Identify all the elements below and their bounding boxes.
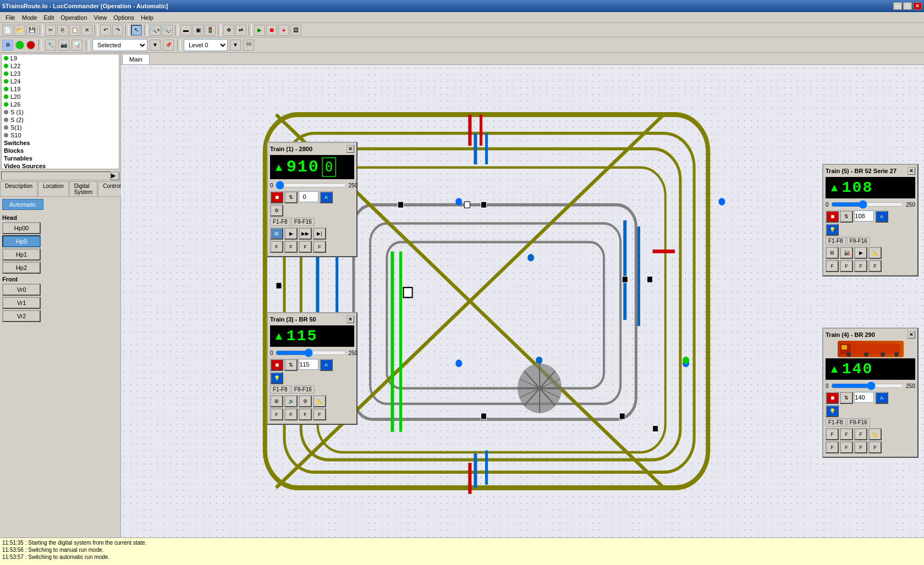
tab-description[interactable]: Description <box>0 181 37 196</box>
maximize-button[interactable]: □ <box>903 2 912 10</box>
train-5-stop-button[interactable]: ⏹ <box>826 211 839 223</box>
train-4-fn5-button[interactable]: F <box>826 441 839 453</box>
tab-digital-system[interactable]: Digital System <box>69 181 97 196</box>
train-5-fn3-button[interactable]: ▶ <box>854 247 867 259</box>
mode-toggle-button[interactable]: ⚙ <box>2 40 13 51</box>
train-5-close[interactable]: ✕ <box>908 167 915 175</box>
train-1-fn-button[interactable]: ⚙ <box>270 204 283 217</box>
record-button[interactable]: ● <box>278 25 289 36</box>
train-1-fn8-button[interactable]: F <box>313 241 326 253</box>
train-5-direction-button[interactable]: ⇅ <box>840 211 853 223</box>
tree-item-l9[interactable]: L9 <box>2 54 119 62</box>
tree-item-l24[interactable]: L24 <box>2 77 119 85</box>
train-1-direction-button[interactable]: ⇅ <box>284 191 298 203</box>
train-4-close[interactable]: ✕ <box>908 331 915 339</box>
tree-item-turntables[interactable]: Turnables <box>2 154 119 162</box>
scroll-button[interactable]: ▶ <box>111 171 119 180</box>
train-3-fn5-button[interactable]: F <box>270 408 283 420</box>
menu-mode[interactable]: Mode <box>19 13 41 22</box>
save-button[interactable]: 💾 <box>26 25 37 36</box>
train-1-fn6-button[interactable]: F <box>284 241 298 253</box>
train-3-fn2-button[interactable]: 🔊 <box>284 395 298 407</box>
new-button[interactable]: 📄 <box>2 25 13 36</box>
level-dropdown[interactable]: Level 0 <box>184 39 228 51</box>
tree-item-l23[interactable]: L23 <box>2 70 119 77</box>
train-5-speed-input[interactable] <box>854 211 874 221</box>
train-1-fn3-button[interactable]: ▶▶ <box>299 228 312 240</box>
train-4-speed-slider[interactable] <box>831 382 904 390</box>
tree-item-video-sources[interactable]: Video Sources <box>2 162 119 169</box>
train-4-direction-button[interactable]: ⇅ <box>840 392 853 404</box>
train-1-auto-button[interactable]: A <box>320 191 333 203</box>
flip-button[interactable]: ⇄ <box>235 25 246 36</box>
train-4-fn-f9f16[interactable]: F9-F16 <box>847 418 870 426</box>
train-3-fn-f1f8[interactable]: F1-F8 <box>270 385 290 394</box>
menu-edit[interactable]: Edit <box>40 13 57 22</box>
track-button[interactable]: ▬ <box>180 25 191 36</box>
train-4-stop-button[interactable]: ⏹ <box>826 392 839 404</box>
green-dot-button[interactable] <box>15 41 24 49</box>
train-1-fn2-button[interactable]: ▶ <box>284 228 298 240</box>
head-hp1-button[interactable]: Hp1 <box>2 248 41 261</box>
cut-button[interactable]: ✂ <box>45 25 56 36</box>
train-5-fn8-button[interactable]: F <box>868 260 882 272</box>
train-4-fn8-button[interactable]: F <box>868 441 882 453</box>
train-3-fn7-button[interactable]: F <box>299 408 312 420</box>
train-1-fn-f1f8[interactable]: F1-F8 <box>270 218 290 226</box>
train-4-speed-input[interactable] <box>854 392 874 403</box>
train-3-fn6-button[interactable]: F <box>284 408 298 420</box>
tree-item-s1p[interactable]: S (1) <box>2 108 119 116</box>
tree-item-l22[interactable]: L22 <box>2 62 119 70</box>
train-1-speed-slider[interactable] <box>276 181 346 189</box>
train-5-speed-slider[interactable] <box>831 201 904 208</box>
level-option-button[interactable]: ▼ <box>230 40 241 51</box>
tree-item-l19[interactable]: L19 <box>2 85 119 93</box>
undo-button[interactable]: ↶ <box>100 25 111 36</box>
close-window-button[interactable]: ✕ <box>913 2 922 10</box>
train-3-speed-input[interactable] <box>299 359 318 370</box>
train-5-fn7-button[interactable]: F <box>854 260 867 272</box>
train-4-auto-button[interactable]: A <box>875 392 888 404</box>
main-tab-main[interactable]: Main <box>122 54 150 64</box>
front-vr1-button[interactable]: Vr1 <box>2 297 41 309</box>
delete-button[interactable]: ✕ <box>81 25 92 36</box>
tab-location[interactable]: Location <box>38 181 69 196</box>
menu-operation[interactable]: Operation <box>57 13 90 22</box>
train-4-fn4-button[interactable]: 📐 <box>868 428 882 440</box>
flag-button[interactable]: 🏁 <box>243 40 254 51</box>
train-3-stop-button[interactable]: ⏹ <box>270 359 283 371</box>
train-4-fn-button[interactable]: 💡 <box>826 405 839 417</box>
train-1-close[interactable]: ✕ <box>346 145 354 153</box>
cursor-button[interactable]: ↖ <box>131 25 142 36</box>
tree-item-s1[interactable]: S(1) <box>2 124 119 131</box>
canvas-area[interactable]: Train (1) - 2800 ✕ ▲ 910 0 0 250 ⏹ ⇅ <box>121 65 924 538</box>
train-5-fn4-button[interactable]: 📐 <box>868 247 882 259</box>
train-5-fn-f9f16[interactable]: F9-F16 <box>847 237 870 245</box>
train-5-fn2-button[interactable]: 🚂 <box>840 247 853 259</box>
train-1-fn5-button[interactable]: F <box>270 241 283 253</box>
zoom-out-button[interactable]: 🔍- <box>162 25 173 36</box>
train-3-direction-button[interactable]: ⇅ <box>284 359 298 371</box>
head-hp2-button[interactable]: Hp2 <box>2 262 41 274</box>
tree-item-blocks[interactable]: Blocks <box>2 147 119 154</box>
train-1-fn4-button[interactable]: ▶| <box>313 228 326 240</box>
tree-item-l20[interactable]: L20 <box>2 93 119 101</box>
train-3-fn-button[interactable]: 💡 <box>270 372 283 384</box>
stop-button[interactable]: ⏹ <box>266 25 277 36</box>
train-5-fn-f1f8[interactable]: F1-F8 <box>826 237 846 245</box>
menu-view[interactable]: View <box>91 13 111 22</box>
head-hp00-button[interactable]: Hp00 <box>2 222 41 234</box>
paste-button[interactable]: 📋 <box>69 25 80 36</box>
train-3-fn3-button[interactable]: ⚙ <box>299 395 312 407</box>
pin-button[interactable]: 📌 <box>163 40 174 51</box>
train-1-speed-input[interactable] <box>299 191 318 202</box>
open-button[interactable]: 📂 <box>14 25 25 36</box>
train-3-fn-f9f16[interactable]: F9-F16 <box>292 385 315 394</box>
red-dot-button[interactable] <box>26 41 35 49</box>
chart-button[interactable]: 📊 <box>72 40 82 51</box>
train-5-fn5-button[interactable]: F <box>826 260 839 272</box>
train-1-stop-button[interactable]: ⏹ <box>270 191 283 203</box>
train-5-auto-button[interactable]: A <box>875 211 888 223</box>
select-option-button[interactable]: ▼ <box>150 40 161 51</box>
train-3-auto-button[interactable]: A <box>320 359 333 371</box>
